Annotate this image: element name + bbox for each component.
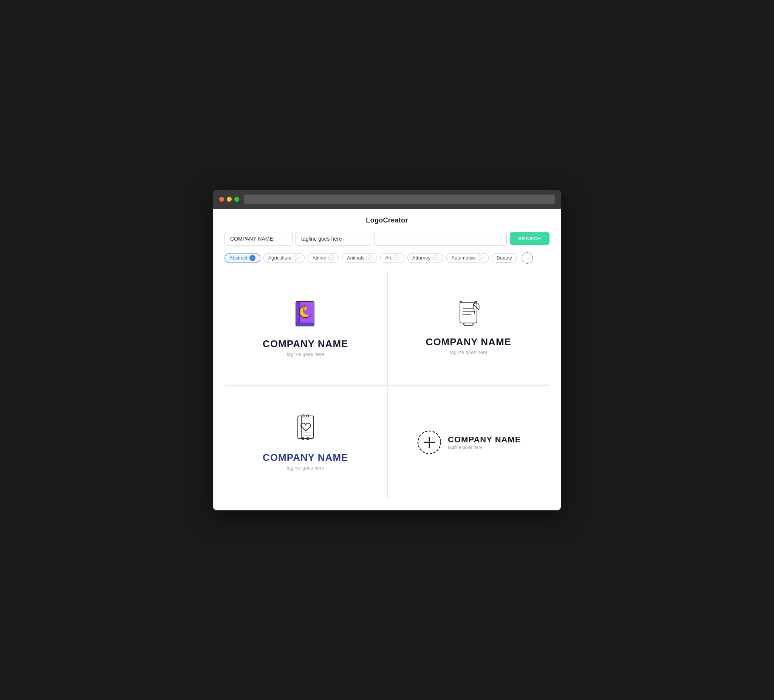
category-label: Beauty — [496, 255, 512, 261]
svg-rect-10 — [464, 323, 473, 325]
fullscreen-button-icon[interactable] — [234, 197, 239, 202]
keyword-input[interactable] — [374, 232, 507, 246]
category-label: Animals — [347, 255, 364, 261]
app-content: LogoCreator SEARCH Abstract ✓ Agricultur… — [213, 209, 561, 510]
app-title: LogoCreator — [225, 216, 549, 225]
category-chip-attorney[interactable]: Attorney ✓ — [407, 253, 443, 263]
check-icon: ✓ — [432, 255, 438, 261]
logo4-wrapper: COMPANY NAME tagline goes here — [416, 429, 521, 456]
check-icon: ✓ — [250, 255, 255, 261]
traffic-lights — [219, 197, 239, 202]
logo-icon-document-quill — [454, 300, 483, 330]
category-bar: Abstract ✓ Agriculture ✓ Airline ✓ Anima… — [225, 253, 549, 264]
category-chip-agriculture[interactable]: Agriculture ✓ — [263, 253, 304, 263]
logo-grid: COMPANY NAME tagline goes here — [225, 271, 549, 499]
category-label: Automotive — [451, 255, 476, 261]
category-chip-airline[interactable]: Airline ✓ — [308, 253, 339, 263]
tagline-2: tagline goes here — [450, 350, 488, 355]
svg-rect-1 — [296, 302, 299, 326]
minimize-button-icon[interactable] — [227, 197, 232, 202]
company-name-4: COMPANY NAME — [448, 435, 521, 445]
category-chip-animals[interactable]: Animals ✓ — [342, 253, 377, 263]
svg-rect-2 — [296, 323, 314, 326]
search-bar: SEARCH — [225, 232, 549, 246]
category-label: Airline — [313, 255, 326, 261]
category-label: Abstract — [230, 255, 248, 261]
tagline-3: tagline goes here — [286, 465, 324, 471]
category-chip-abstract[interactable]: Abstract ✓ — [225, 253, 260, 263]
company-name-input[interactable] — [225, 232, 293, 246]
category-chip-beauty[interactable]: Beauty — [492, 253, 517, 262]
company-name-2: COMPANY NAME — [426, 336, 511, 348]
check-icon: ✓ — [478, 255, 484, 261]
tagline-1: tagline goes here — [286, 351, 324, 357]
category-chip-automotive[interactable]: Automotive ✓ — [447, 253, 489, 263]
category-label: Agriculture — [268, 255, 292, 261]
check-icon: ✓ — [366, 255, 372, 261]
check-icon: ✓ — [328, 255, 334, 261]
category-chip-art[interactable]: Art ✓ — [380, 253, 404, 263]
logo-card-2[interactable]: COMPANY NAME tagline goes here — [388, 271, 550, 385]
close-button-icon[interactable] — [219, 197, 224, 202]
company-name-1: COMPANY NAME — [263, 338, 348, 350]
next-categories-button[interactable]: → — [521, 253, 533, 264]
browser-window: LogoCreator SEARCH Abstract ✓ Agricultur… — [213, 190, 561, 510]
browser-chrome — [213, 190, 561, 209]
check-icon: ✓ — [294, 255, 300, 261]
logo-card-1[interactable]: COMPANY NAME tagline goes here — [225, 271, 387, 385]
logo-card-4[interactable]: COMPANY NAME tagline goes here — [388, 386, 550, 499]
logo-icon-notebook-heart — [293, 414, 318, 446]
company-name-3: COMPANY NAME — [263, 452, 348, 464]
logo4-text-group: COMPANY NAME tagline goes here — [448, 435, 521, 450]
tagline-input[interactable] — [296, 232, 371, 246]
check-icon: ✓ — [394, 255, 399, 261]
logo-icon-circle-plus — [416, 429, 443, 456]
logo-icon-book-moon — [292, 299, 319, 332]
category-label: Art — [385, 255, 392, 261]
tagline-4: tagline goes here — [448, 445, 521, 450]
logo-card-3[interactable]: COMPANY NAME tagline goes here — [225, 386, 387, 499]
category-label: Attorney — [412, 255, 430, 261]
address-bar[interactable] — [244, 195, 555, 205]
search-button[interactable]: SEARCH — [510, 232, 549, 245]
